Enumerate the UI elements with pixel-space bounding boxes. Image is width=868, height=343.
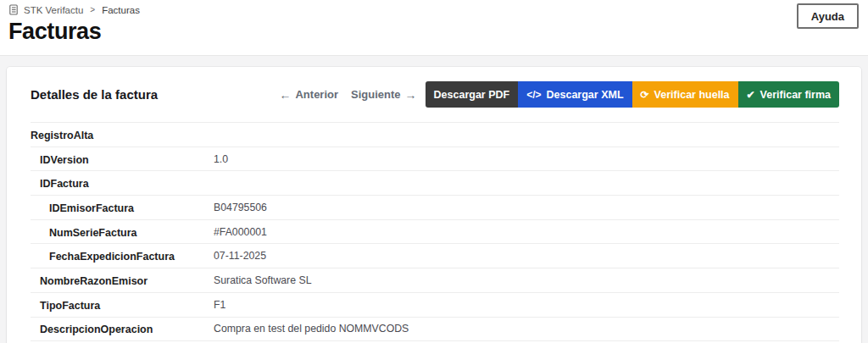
page-title: Facturas [8,19,858,45]
table-row: TipoFacturaF1 [31,293,839,318]
breadcrumb-separator: > [88,4,97,16]
card-header: Detalles de la factura ← Anterior Siguie… [7,67,861,122]
button-label: Verificar huella [654,89,730,101]
verificar-firma-button[interactable]: ✔Verificar firma [738,81,839,108]
arrow-right-icon: → [405,89,417,101]
pagination-nav: ← Anterior Siguiente → [279,88,416,101]
next-link[interactable]: Siguiente → [351,88,417,101]
topbar: STK Verifactu > Facturas Facturas Ayuda [0,0,868,56]
row-value: Compra en test del pedido NOMMVCODS [214,323,839,335]
button-label: Descargar PDF [434,89,510,101]
breadcrumb: STK Verifactu > Facturas [8,4,858,16]
action-buttons: Descargar PDF</>Descargar XML⟳Verificar … [426,81,839,108]
next-label: Siguiente [351,88,401,101]
card-title: Detalles de la factura [31,87,158,102]
row-value: 07-11-2025 [214,250,839,262]
row-value: Suratica Software SL [214,274,839,286]
row-value: F1 [214,299,839,311]
table-row: FechaExpedicionFactura07-11-2025 [31,244,839,268]
row-label: FechaExpedicionFactura [49,251,175,263]
content-area: Detalles de la factura ← Anterior Siguie… [0,56,868,343]
table-row: IDEmisorFacturaB04795506 [31,196,839,220]
row-label: IDVersion [40,154,89,166]
breadcrumb-current: Facturas [102,4,140,16]
invoice-details-card: Detalles de la factura ← Anterior Siguie… [7,67,861,343]
help-button[interactable]: Ayuda [797,3,859,29]
row-label: RegistroAlta [31,130,93,141]
table-row: NumSerieFactura#FA000001 [31,220,839,245]
table-row: IDFactura [31,171,839,196]
arrow-left-icon: ← [279,89,291,101]
check-icon: ✔ [747,90,755,100]
previous-link[interactable]: ← Anterior [279,88,338,101]
table-row: IDVersion1.0 [31,147,839,172]
row-label: IDFactura [40,178,89,190]
row-label: TipoFactura [40,300,100,312]
breadcrumb-root-link[interactable]: STK Verifactu [24,4,83,16]
descargar-xml-button[interactable]: </>Descargar XML [518,81,632,108]
invoice-detail-table: RegistroAltaIDVersion1.0IDFacturaIDEmiso… [31,122,839,341]
document-icon [8,4,19,15]
sync-icon: ⟳ [641,90,649,100]
button-label: Descargar XML [547,89,624,101]
row-label: DescripcionOperacion [40,324,153,335]
button-label: Verificar firma [760,89,831,101]
verificar-huella-button[interactable]: ⟳Verificar huella [632,81,738,108]
descargar-pdf-button[interactable]: Descargar PDF [426,81,519,108]
row-label: IDEmisorFactura [49,202,134,214]
row-value: B04795506 [214,202,839,213]
table-row: NombreRazonEmisorSuratica Software SL [31,268,839,293]
row-value: 1.0 [214,153,839,165]
row-label: NumSerieFactura [49,227,137,239]
code-icon: </> [526,90,541,100]
table-row: RegistroAlta [31,123,839,147]
row-label: NombreRazonEmisor [40,275,147,287]
table-row: DescripcionOperacionCompra en test del p… [31,318,839,342]
row-value: #FA000001 [214,226,839,238]
previous-label: Anterior [295,88,338,101]
